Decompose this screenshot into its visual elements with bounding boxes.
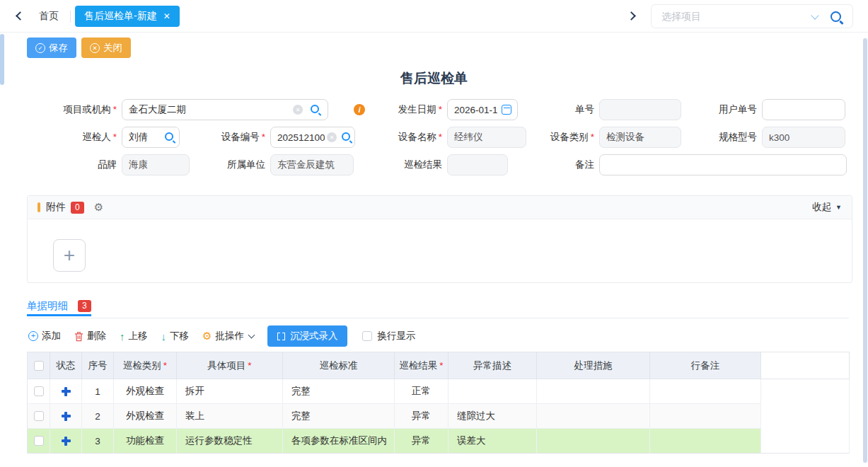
cell-result[interactable]: 正常 xyxy=(395,379,449,404)
attachments-header: 附件 0 ⚙ 收起 ▼ xyxy=(28,196,852,219)
clear-icon[interactable] xyxy=(327,132,337,142)
col-header-abnormal: 异常描述 xyxy=(449,352,537,379)
field-label: 备注 xyxy=(575,159,594,170)
search-icon[interactable] xyxy=(311,105,319,113)
row-checkbox[interactable] xyxy=(34,411,44,421)
close-button[interactable]: ✕ 关闭 xyxy=(81,38,131,58)
calendar-icon[interactable] xyxy=(502,105,511,115)
cell-result[interactable]: 异常 xyxy=(395,404,449,429)
wrap-display-checkbox[interactable] xyxy=(362,331,372,341)
x-circle-icon: ✕ xyxy=(90,43,100,53)
cell-abnormal[interactable] xyxy=(449,379,537,404)
user-doc-no-input[interactable] xyxy=(762,99,845,120)
field-inspector: 巡检人* xyxy=(21,127,180,148)
move-up-button[interactable]: ↑ 上移 xyxy=(120,330,148,342)
inspect-result-input xyxy=(447,154,508,175)
cell-measure[interactable] xyxy=(537,404,650,429)
check-circle-icon: ✓ xyxy=(35,43,45,53)
row-checkbox[interactable] xyxy=(34,386,44,396)
add-plus-icon[interactable] xyxy=(62,437,71,446)
required-mark: * xyxy=(262,132,265,142)
device-type-input xyxy=(599,127,681,148)
table-row-highlighted: 3 功能检查 运行参数稳定性 各项参数在标准区间内 异常 误差大 xyxy=(28,429,850,454)
select-all-checkbox[interactable] xyxy=(34,361,44,371)
cell-row-remark[interactable] xyxy=(650,429,761,454)
forward-chevron-icon[interactable] xyxy=(627,11,636,21)
col-header-seq: 序号 xyxy=(82,352,114,379)
field-label: 项目或机构 xyxy=(63,104,111,115)
col-header-category: 巡检类别* xyxy=(114,352,177,379)
required-mark: * xyxy=(591,132,594,142)
remark-input[interactable] xyxy=(599,154,847,175)
cell-measure[interactable] xyxy=(537,429,650,454)
table-row: 1 外观检查 拆开 完整 正常 xyxy=(28,379,850,404)
cell-category[interactable]: 外观检查 xyxy=(114,379,177,404)
upload-button[interactable]: + xyxy=(53,239,86,272)
col-header-item: 具体项目* xyxy=(177,352,283,379)
clear-icon[interactable] xyxy=(293,105,303,115)
cell-measure[interactable] xyxy=(537,379,650,404)
page: 首页 售后巡检单-新建 ✕ ✓ 保存 ✕ 关闭 售后巡检单 项目或机构* xyxy=(0,0,868,467)
tab-detail[interactable]: 单据明细 3 xyxy=(27,299,91,316)
table-row: 2 外观检查 装上 完整 异常 缝隙过大 xyxy=(28,404,850,429)
field-spec-model: 规格型号 xyxy=(697,127,845,148)
cell-item[interactable]: 拆开 xyxy=(177,379,283,404)
field-label: 用户单号 xyxy=(719,104,757,115)
field-label: 品牌 xyxy=(98,159,117,170)
cell-category[interactable]: 外观检查 xyxy=(114,404,177,429)
cell-item[interactable]: 运行参数稳定性 xyxy=(177,429,283,454)
topbar: 首页 售后巡检单-新建 ✕ xyxy=(0,0,868,33)
tab-active[interactable]: 售后巡检单-新建 ✕ xyxy=(75,6,180,27)
tab-home[interactable]: 首页 xyxy=(39,10,59,23)
project-select-input[interactable] xyxy=(652,5,812,28)
cell-empty xyxy=(761,404,850,429)
field-project: 项目或机构* xyxy=(21,99,328,120)
cell-standard[interactable]: 完整 xyxy=(283,404,395,429)
field-user-doc-no: 用户单号 xyxy=(697,99,845,120)
info-icon[interactable] xyxy=(354,104,365,115)
cell-row-remark[interactable] xyxy=(650,379,761,404)
tab-active-label: 售后巡检单-新建 xyxy=(84,10,157,23)
gear-icon[interactable]: ⚙ xyxy=(94,201,103,214)
field-device-no: 设备编号* xyxy=(170,127,355,148)
section-marker xyxy=(37,202,40,212)
chevron-down-icon[interactable] xyxy=(811,11,818,19)
grid-toolbar: 添加 删除 ↑ 上移 ↓ 下移 ⚙ 批操作 沉浸式录入 换行显示 xyxy=(28,325,415,347)
collapse-toggle[interactable]: 收起 ▼ xyxy=(812,201,842,214)
add-plus-icon[interactable] xyxy=(62,387,71,396)
save-button[interactable]: ✓ 保存 xyxy=(27,38,76,58)
plus-icon: + xyxy=(64,244,75,267)
row-checkbox[interactable] xyxy=(34,436,44,446)
cell-empty xyxy=(761,379,850,404)
move-down-button[interactable]: ↓ 下移 xyxy=(161,330,190,342)
cell-empty xyxy=(761,429,850,454)
right-scrollbar[interactable] xyxy=(863,38,867,463)
attachments-label: 附件 xyxy=(46,201,66,214)
cell-abnormal[interactable]: 误差大 xyxy=(449,429,537,454)
table-header-row: 状态 序号 巡检类别* 具体项目* 巡检标准 巡检结果* 异常描述 处理措施 行… xyxy=(28,352,850,379)
cell-seq: 2 xyxy=(82,404,114,429)
tab-close-icon[interactable]: ✕ xyxy=(163,12,170,21)
cell-abnormal[interactable]: 缝隙过大 xyxy=(449,404,537,429)
cell-category[interactable]: 功能检查 xyxy=(114,429,177,454)
cell-checkbox xyxy=(28,429,50,454)
cell-standard[interactable]: 完整 xyxy=(283,379,395,404)
add-plus-icon[interactable] xyxy=(62,412,71,421)
immersive-entry-button[interactable]: 沉浸式录入 xyxy=(267,325,348,347)
cell-row-remark[interactable] xyxy=(650,404,761,429)
gear-icon: ⚙ xyxy=(202,330,212,342)
tab-divider xyxy=(27,318,849,318)
batch-ops-button[interactable]: ⚙ 批操作 xyxy=(202,330,254,342)
field-label: 所属单位 xyxy=(227,159,265,170)
arrow-down-icon: ↓ xyxy=(161,330,167,342)
delete-row-button[interactable]: 删除 xyxy=(74,330,106,342)
field-label: 规格型号 xyxy=(719,132,757,142)
search-icon[interactable] xyxy=(831,11,841,22)
add-row-button[interactable]: 添加 xyxy=(28,330,61,342)
field-owner-unit: 所属单位 xyxy=(170,154,354,175)
project-select xyxy=(651,4,853,28)
cell-item[interactable]: 装上 xyxy=(177,404,283,429)
back-chevron-icon[interactable] xyxy=(16,11,25,21)
cell-standard[interactable]: 各项参数在标准区间内 xyxy=(283,429,395,454)
cell-result[interactable]: 异常 xyxy=(395,429,449,454)
